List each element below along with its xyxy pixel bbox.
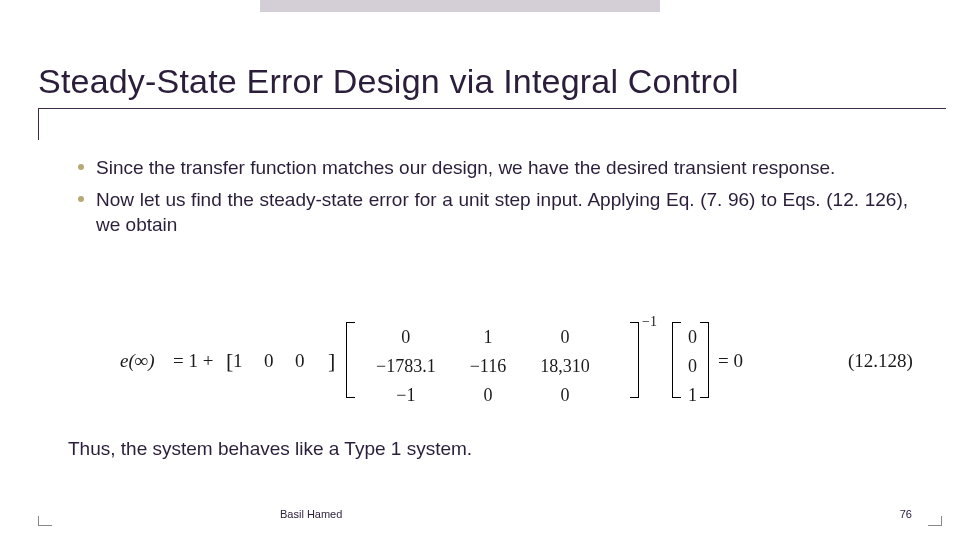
eq-result: = 0 (718, 350, 743, 372)
bracket-left-icon (346, 322, 355, 398)
body-content: Since the transfer function matches our … (78, 155, 908, 244)
footer-decor (941, 516, 942, 526)
bullet-text: Now let us find the steady-state error f… (96, 187, 908, 238)
bracket-right-icon (700, 322, 709, 398)
equation: e(∞) = 1 + [ 1 0 0 ] 010 −1783.1−11618,3… (78, 320, 908, 405)
eq-row-vector: 1 0 0 (233, 350, 309, 372)
eq-lhs: e(∞) (120, 350, 155, 372)
decorative-top-bar (260, 0, 660, 12)
eq-matrix: 010 −1783.1−11618,310 −100 (358, 322, 608, 411)
bullet-icon (78, 164, 84, 170)
bracket-right-icon: ] (328, 348, 335, 374)
bullet-item: Now let us find the steady-state error f… (78, 187, 908, 238)
footer-page-number: 76 (900, 508, 912, 520)
eq-inverse-exponent: −1 (642, 314, 657, 330)
footer-decor (38, 516, 39, 526)
eq-prefix: = 1 + (173, 350, 213, 372)
page-title: Steady-State Error Design via Integral C… (38, 62, 739, 101)
title-underline (38, 108, 946, 120)
bullet-item: Since the transfer function matches our … (78, 155, 908, 181)
bullet-text: Since the transfer function matches our … (96, 155, 835, 181)
eq-label: (12.128) (848, 350, 913, 372)
footer-author: Basil Hamed (280, 508, 342, 520)
bracket-right-icon (630, 322, 639, 398)
bullet-icon (78, 196, 84, 202)
conclusion-text: Thus, the system behaves like a Type 1 s… (68, 438, 472, 460)
footer-decor (928, 525, 942, 526)
footer-decor (38, 525, 52, 526)
